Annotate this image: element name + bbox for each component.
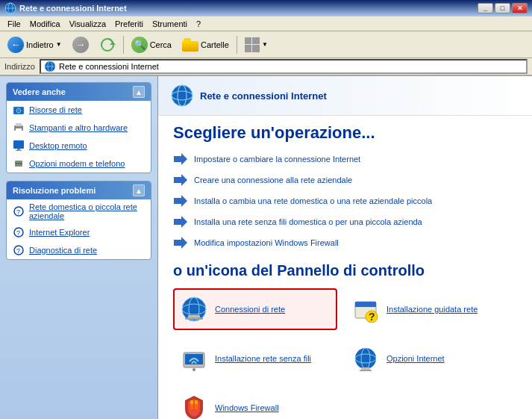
panel-icon-senza-fili-label[interactable]: Installazione rete senza fili: [215, 354, 311, 363]
panel-icon-connessioni-label[interactable]: Connessioni di rete: [215, 305, 285, 314]
svg-rect-13: [16, 123, 22, 126]
svg-point-19: [16, 163, 17, 164]
menu-preferiti[interactable]: Preferiti: [110, 18, 148, 30]
sidebar-item-risorse[interactable]: Risorse di rete: [7, 101, 151, 119]
sidebar-section-risoluzione-header: Risoluzione problemi ▲: [7, 181, 151, 199]
sidebar-item-desktop[interactable]: Desktop remoto: [7, 137, 151, 155]
close-button[interactable]: ✕: [512, 3, 528, 13]
maximize-button[interactable]: □: [495, 3, 510, 13]
refresh-button[interactable]: [95, 34, 120, 56]
svg-point-20: [18, 163, 19, 164]
svg-rect-41: [185, 317, 203, 320]
address-bar: Indirizzo Rete e connessioni Internet: [0, 58, 532, 76]
sidebar-item-rete-domestica[interactable]: ? Rete domestica o piccola rete aziendal…: [7, 199, 151, 223]
sidebar: Vedere anche ▲ Risorse di rete: [0, 76, 158, 419]
search-button[interactable]: 🔍 Cerca: [127, 34, 176, 56]
refresh-icon: [99, 37, 116, 53]
connessioni-icon: [181, 296, 207, 323]
panel-icon-firewall-label[interactable]: Windows Firewall: [215, 403, 279, 412]
sidebar-section-vedere-anche-collapse[interactable]: ▲: [133, 86, 145, 98]
sidebar-item-rete-domestica-label: Rete domestica o piccola rete aziendale: [29, 202, 145, 220]
action-link-2[interactable]: Installa o cambia una rete domestica o u…: [173, 193, 517, 208]
svg-marker-34: [174, 195, 187, 207]
view-button[interactable]: ▼: [240, 34, 272, 56]
svg-text:?: ?: [16, 247, 20, 255]
content-header-title: Rete e connessioni Internet: [200, 90, 327, 102]
svg-rect-56: [190, 400, 193, 404]
menu-strumenti[interactable]: Strumenti: [148, 18, 192, 30]
action-arrow-3: [173, 214, 188, 229]
sidebar-item-ie-label: Internet Explorer: [29, 228, 90, 237]
sidebar-section-vedere-anche: Vedere anche ▲ Risorse di rete: [6, 82, 151, 173]
sidebar-item-modem-label: Opzioni modem e telefono: [29, 159, 125, 168]
menu-visualizza[interactable]: Visualizza: [65, 18, 110, 30]
diagnostica-icon: ?: [13, 244, 25, 256]
sidebar-item-stampanti-label: Stampanti e altro hardware: [29, 123, 128, 132]
menu-file[interactable]: File: [3, 18, 25, 30]
ie-icon: ?: [13, 226, 25, 238]
panel-icon-firewall[interactable]: Windows Firewall: [173, 387, 337, 419]
title-bar: Rete e connessioni Internet _ □ ✕: [0, 0, 532, 16]
svg-rect-15: [13, 140, 24, 149]
sidebar-section-vedere-anche-items: Risorse di rete Stampanti e altro hardwa…: [7, 101, 151, 173]
menu-modifica[interactable]: Modifica: [25, 18, 65, 30]
back-button[interactable]: ← Indietro ▼: [3, 34, 66, 56]
svg-rect-57: [195, 400, 198, 404]
sidebar-item-stampanti[interactable]: Stampanti e altro hardware: [7, 119, 151, 137]
svg-rect-54: [190, 403, 193, 409]
action-label-4: Modifica impostazioni Windows Firewall: [194, 238, 339, 247]
svg-marker-4: [110, 42, 116, 45]
back-dropdown-icon[interactable]: ▼: [56, 41, 62, 48]
svg-rect-55: [195, 403, 198, 409]
panel-icon-opzioni-internet[interactable]: Opzioni Internet: [345, 338, 509, 379]
sidebar-item-desktop-label: Desktop remoto: [29, 141, 87, 150]
action-link-4[interactable]: Modifica impostazioni Windows Firewall: [173, 235, 517, 250]
panel-icon-connessioni[interactable]: Connessioni di rete: [173, 288, 337, 330]
folders-label: Cartelle: [201, 40, 229, 49]
back-label: Indietro: [26, 40, 54, 49]
sidebar-section-risoluzione: Risoluzione problemi ▲ ? Rete domestica …: [6, 181, 151, 260]
forward-icon: →: [72, 37, 89, 53]
action-arrow-2: [173, 193, 188, 208]
address-globe-icon: [44, 60, 56, 72]
view-icon: [245, 37, 260, 52]
rete-domestica-icon: ?: [13, 205, 25, 217]
minimize-button[interactable]: _: [478, 3, 493, 13]
action-link-3[interactable]: Installa una rete senza fili domestica o…: [173, 214, 517, 229]
svg-rect-43: [355, 302, 376, 307]
sidebar-section-risoluzione-title: Risoluzione problemi: [13, 186, 96, 195]
address-field[interactable]: Rete e connessioni Internet: [40, 59, 528, 74]
panel-icon-senza-fili[interactable]: Installazione rete senza fili: [173, 338, 337, 379]
svg-marker-36: [174, 237, 187, 249]
address-label: Indirizzo: [4, 62, 35, 71]
sidebar-item-risorse-label: Risorse di rete: [29, 105, 82, 114]
svg-point-49: [355, 348, 376, 369]
back-icon: ←: [7, 37, 24, 53]
menu-help[interactable]: ?: [192, 18, 205, 30]
folders-button[interactable]: Cartelle: [178, 34, 234, 56]
panel-icon-opzioni-internet-label[interactable]: Opzioni Internet: [387, 354, 445, 363]
sidebar-item-internet-explorer[interactable]: ? Internet Explorer: [7, 223, 151, 241]
action-arrow-4: [173, 235, 188, 250]
panel-icon-installazione-guidata-label[interactable]: Installazione guidata rete: [387, 305, 478, 314]
opzioni-internet-icon: [352, 345, 379, 372]
panel-icon-installazione-guidata[interactable]: ? Installazione guidata rete: [345, 288, 509, 330]
action-link-0[interactable]: Impostare o cambiare la connessione Inte…: [173, 152, 517, 167]
action-link-1[interactable]: Creare una connessione alla rete azienda…: [173, 173, 517, 187]
svg-text:?: ?: [16, 208, 20, 216]
view-dropdown-icon[interactable]: ▼: [262, 41, 268, 48]
search-label: Cerca: [150, 40, 172, 49]
window-icon: [4, 2, 16, 14]
sidebar-item-opzioni-modem[interactable]: Opzioni modem e telefono: [7, 155, 151, 173]
sidebar-item-diagnostica-label: Diagnostica di rete: [29, 246, 97, 255]
action-label-1: Creare una connessione alla rete azienda…: [194, 176, 352, 184]
sidebar-item-diagnostica[interactable]: ? Diagnostica di rete: [7, 241, 151, 259]
svg-text:?: ?: [16, 229, 20, 237]
svg-point-21: [20, 163, 22, 164]
section-heading: Scegliere un'operazione...: [173, 123, 517, 143]
sidebar-section-risoluzione-collapse[interactable]: ▲: [133, 184, 145, 196]
forward-button[interactable]: →: [68, 34, 93, 56]
action-label-3: Installa una rete senza fili domestica o…: [194, 217, 422, 226]
menu-bar: File Modifica Visualizza Preferiti Strum…: [0, 16, 532, 31]
title-text: Rete e connessioni Internet: [19, 4, 127, 13]
